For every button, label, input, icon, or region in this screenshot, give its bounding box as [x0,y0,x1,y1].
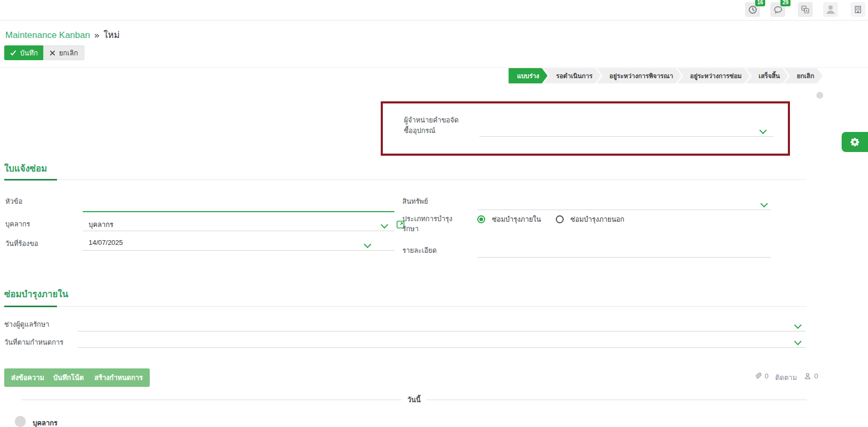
technician-select[interactable] [78,318,806,331]
date-divider: วันนี้ [21,394,807,405]
technician-label: ช่างผู้ดูแลรักษา [4,319,50,329]
schedule-activity-button[interactable]: สร้างกำหนดการ [88,368,150,387]
translate-button[interactable] [798,2,813,17]
vendor-select[interactable] [479,125,773,137]
statusbar: แบบร่าง รอดำเนินการ อยู่ระหว่างการพิจารณ… [508,68,823,83]
maintenance-form-page: 16 29 Maintenance Kanban»ใหม่ [0,0,868,427]
cancel-button[interactable]: ยกเลิก [43,45,84,60]
chevron-down-icon [760,200,768,207]
section-rule-accent [4,306,57,307]
messages-button[interactable]: 29 [770,2,785,17]
clock-icon [748,5,757,14]
section-rule [4,179,807,180]
radio-internal-label[interactable]: ซ่อมบำรุงภายใน [492,214,541,225]
company-switcher-button[interactable] [851,2,865,17]
indicator-dot [816,92,823,99]
chat-bubble-icon [774,5,783,14]
personnel-label: บุคลากร [5,219,30,229]
radio-external-maintenance[interactable] [556,215,564,223]
vendor-field-label: ผู้จำหน่ายคำขอจัด ซื้ออุปกรณ์ [404,115,459,136]
avatar-icon [825,4,836,15]
topic-input[interactable] [83,200,394,212]
personnel-select[interactable]: บุคลากร [83,218,394,231]
attachments-button[interactable]: 0 [754,372,768,380]
chevron-down-icon [364,241,371,248]
save-button[interactable]: บันทึก [4,45,44,60]
activities-button[interactable]: 16 [745,2,760,17]
gear-icon [850,137,860,147]
message-avatar [15,416,26,427]
section-rule [4,306,807,307]
person-icon [804,372,812,380]
sheet-divider [0,67,868,68]
maintenance-type-radio-group: ซ่อมบำรุงภายใน ซ่อมบำรุงภายนอก [477,214,639,225]
radio-internal-maintenance[interactable] [477,215,485,223]
check-icon [10,50,16,56]
scheduled-date-label: วันที่ตามกำหนดการ [4,337,63,347]
section-title-repair-request: ใบแจ้งซ่อม [4,161,47,175]
user-menu-button[interactable] [823,2,838,17]
translate-icon [801,5,809,14]
chevron-down-icon [759,127,767,134]
chevron-down-icon [794,338,802,345]
building-icon [854,5,862,14]
vendor-field-highlight-box: ผู้จำหน่ายคำขอจัด ซื้ออุปกรณ์ [381,101,790,156]
stage-pending[interactable]: รอดำเนินการ [543,68,601,83]
breadcrumb-parent-link[interactable]: Maintenance Kanban [5,30,90,40]
section-rule-accent [4,179,57,181]
chevron-down-icon [381,221,388,229]
save-button-label: บันทึก [20,48,38,59]
stage-under-review[interactable]: อยู่ระหว่างการพิจารณา [597,68,682,83]
stage-under-repair[interactable]: อยู่ระหว่างการซ่อม [677,68,750,83]
asset-label: สินทรัพย์ [402,196,428,206]
messages-badge: 29 [780,0,790,6]
request-date-label: วันที่ร้องขอ [5,239,38,249]
settings-fab[interactable] [842,132,868,152]
stage-draft[interactable]: แบบร่าง [508,68,547,83]
followers-button[interactable]: 0 [804,372,818,380]
breadcrumb-current: ใหม่ [103,30,120,40]
details-label: รายละเอียด [402,245,437,255]
section-title-internal-maintenance: ซ่อมบำรุงภายใน [4,287,68,301]
attachments-count: 0 [765,372,768,380]
followers-count: 0 [814,372,818,380]
cancel-button-label: ยกเลิก [59,48,78,59]
date-divider-label: วันนี้ [407,394,420,405]
log-note-button[interactable]: บันทึกโน้ต [46,368,91,387]
scheduled-date-input[interactable] [78,335,806,348]
breadcrumb: Maintenance Kanban»ใหม่ [5,27,120,42]
details-input[interactable] [477,244,771,258]
topbar: 16 29 [0,0,868,21]
request-date-input[interactable]: 14/07/2025 [83,238,394,251]
maintenance-type-label: ประเภทการบำรุง รักษา [402,214,452,234]
topic-label: หัวข้อ [5,196,23,206]
x-icon [50,50,55,56]
asset-select[interactable] [477,198,771,210]
send-message-button[interactable]: ส่งข้อความ [4,368,51,387]
stage-done[interactable]: เสร็จสิ้น [746,68,788,83]
radio-external-label[interactable]: ซ่อมบำรุงภายนอก [571,214,624,225]
message-author[interactable]: บุคลากร [33,417,57,427]
stage-cancelled[interactable]: ยกเลิก [784,68,823,83]
paperclip-icon [754,372,762,380]
activities-badge: 16 [755,0,765,6]
chevron-down-icon [794,321,802,329]
follow-button[interactable]: ติดตาม [775,372,797,383]
breadcrumb-separator: » [94,30,99,40]
